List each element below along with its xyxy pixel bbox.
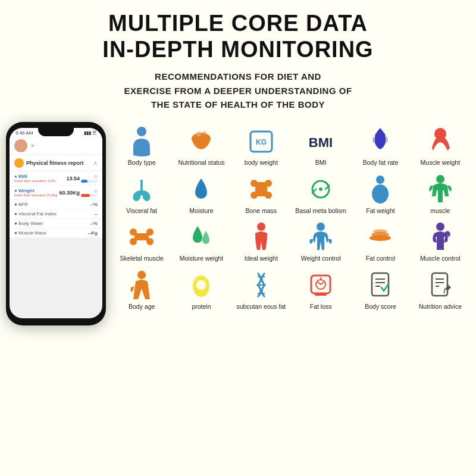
icon-label-7: Moisture bbox=[189, 207, 213, 215]
page: MULTIPLE CORE DATA IN-DEPTH MONITORING R… bbox=[0, 0, 476, 476]
svg-point-15 bbox=[376, 176, 384, 184]
svg-point-14 bbox=[319, 187, 322, 191]
metric-weight-bar-wrap: 60.30Kg ⓪ bbox=[59, 189, 98, 197]
phone-mockup: 9:49 AM ▮▮▮ ☰ > Physical fitness report … bbox=[6, 122, 106, 325]
icon-drops bbox=[186, 221, 217, 252]
icon-bone bbox=[246, 174, 277, 205]
svg-line-48 bbox=[444, 289, 445, 293]
icon-doc_check bbox=[365, 270, 396, 300]
svg-text:BMI: BMI bbox=[309, 135, 333, 150]
icon-label-1: Nutritional status bbox=[178, 159, 224, 167]
icon-label-23: Nutrition advice bbox=[419, 303, 462, 311]
icon-cell-muscle: muscle bbox=[411, 170, 470, 218]
icon-label-13: Moisture weight bbox=[180, 255, 224, 262]
icon-cell-body-score: Body score bbox=[350, 266, 410, 314]
icon-scale_red bbox=[305, 270, 336, 300]
icon-lungs bbox=[126, 174, 157, 205]
metric-bodywater: ● Body Water --% bbox=[10, 219, 102, 228]
icon-cell-moisture: Moisture bbox=[171, 170, 231, 218]
svg-rect-40 bbox=[372, 273, 389, 296]
icon-cell-visceral-fat: Visceral fat bbox=[112, 170, 171, 218]
icon-flame bbox=[365, 126, 396, 156]
icon-cell-moisture-weight: Moisture weight bbox=[171, 218, 231, 266]
icon-cell-skeletal-muscle: Skeletal muscle bbox=[112, 218, 171, 266]
icon-label-4: Body fat rate bbox=[363, 159, 399, 167]
metric-row-weight: ● Weight lower than standard 15.9kg 60.3… bbox=[10, 186, 102, 200]
icon-fat_person bbox=[365, 174, 396, 205]
svg-point-7 bbox=[434, 128, 446, 140]
phone-report-header: Physical fitness report ∧ bbox=[10, 155, 102, 171]
svg-rect-22 bbox=[134, 233, 149, 240]
icon-drop bbox=[186, 174, 217, 205]
icon-cell-bmi: BMIBMI bbox=[291, 122, 350, 170]
icon-label-14: Ideal weight bbox=[245, 255, 278, 262]
icon-cell-body-type: Body type bbox=[112, 122, 171, 170]
icon-label-8: Bone mass bbox=[246, 207, 277, 215]
metric-bmi-bar-wrap: 13.54 ⓪ bbox=[66, 174, 98, 183]
icon-muffin bbox=[186, 126, 217, 156]
svg-point-27 bbox=[373, 230, 387, 234]
icon-bone2 bbox=[126, 221, 157, 252]
svg-point-2 bbox=[196, 131, 202, 136]
metric-muscle-mass: ● Muscle Mass --Kg bbox=[10, 228, 102, 238]
icon-label-2: body weight bbox=[245, 159, 278, 167]
icon-cell-basal-meta-bolism: Basal meta bolism bbox=[291, 170, 350, 218]
svg-rect-12 bbox=[255, 182, 267, 196]
icon-label-19: protein bbox=[192, 303, 211, 311]
metric-weight-sub: lower than standard 15.9kg bbox=[14, 193, 57, 197]
icon-label-9: Basal meta bolism bbox=[295, 207, 346, 215]
icon-cell-body-age: Body age bbox=[112, 266, 171, 314]
phone-header: > bbox=[10, 137, 102, 155]
icon-label-6: Visceral fat bbox=[126, 207, 157, 215]
icon-label-16: Fat control bbox=[366, 255, 396, 262]
icon-cycle bbox=[305, 174, 336, 205]
icon-dna bbox=[246, 270, 277, 300]
metric-row-bmi: ● BMI lower than standard: 4.9% 13.54 ⓪ bbox=[10, 171, 102, 186]
metric-visceral: ● Visceral Fat Index -- bbox=[10, 209, 102, 219]
icon-label-17: Muscle control bbox=[420, 255, 461, 262]
icon-body_age bbox=[126, 270, 157, 300]
icon-cell-muscle-control: Muscle control bbox=[411, 218, 470, 266]
icon-label-0: Body type bbox=[128, 159, 156, 167]
svg-point-17 bbox=[436, 175, 444, 183]
icon-weight_person bbox=[305, 221, 336, 252]
icon-label-12: Skeletal muscle bbox=[120, 255, 164, 262]
icon-doc_edit bbox=[425, 270, 456, 300]
icon-scale_box: KG bbox=[246, 126, 277, 156]
phone-avatar bbox=[14, 139, 27, 152]
svg-rect-44 bbox=[432, 273, 447, 296]
icon-cell-ideal-weight: Ideal weight bbox=[231, 218, 291, 266]
icon-label-3: BMI bbox=[315, 159, 327, 167]
metric-weight-label: ● Weight bbox=[14, 188, 57, 193]
phone-screen: 9:49 AM ▮▮▮ ☰ > Physical fitness report … bbox=[10, 128, 102, 318]
icon-person bbox=[126, 126, 157, 156]
icon-egg bbox=[186, 270, 217, 300]
report-label: Physical fitness report bbox=[26, 160, 84, 166]
svg-point-23 bbox=[257, 223, 265, 231]
content-row: 9:49 AM ▮▮▮ ☰ > Physical fitness report … bbox=[6, 122, 470, 325]
icon-cell-subcutan-eous-fat: subcutan eous fat bbox=[231, 266, 291, 314]
phone-notch bbox=[38, 128, 74, 136]
icon-label-20: subcutan eous fat bbox=[236, 303, 286, 311]
icon-cell-fat-control: Fat control bbox=[350, 218, 410, 266]
icon-label-22: Body score bbox=[365, 303, 396, 311]
icon-label-15: Weight control bbox=[301, 255, 341, 262]
metric-weight-value: 60.30Kg bbox=[59, 190, 80, 196]
icon-cell-body-fat-rate: Body fat rate bbox=[350, 122, 410, 170]
icon-cell-fat-weight: Fat weight bbox=[350, 170, 410, 218]
icon-label-11: muscle bbox=[430, 207, 450, 215]
report-toggle[interactable]: ∧ bbox=[93, 160, 98, 166]
icon-pancakes bbox=[365, 221, 396, 252]
icon-muscle_control bbox=[425, 221, 456, 252]
metric-bfr: ● BFR --% bbox=[10, 200, 102, 209]
svg-point-32 bbox=[196, 280, 206, 290]
svg-point-28 bbox=[436, 223, 444, 231]
icon-cell-muscle-weight: Muscle weight bbox=[411, 122, 470, 170]
svg-point-24 bbox=[317, 223, 325, 231]
svg-text:KG: KG bbox=[256, 138, 267, 146]
svg-point-30 bbox=[137, 271, 146, 279]
status-signal: ▮▮▮ ☰ bbox=[84, 130, 96, 136]
main-title: MULTIPLE CORE DATA IN-DEPTH MONITORING bbox=[102, 11, 373, 62]
icon-muscle_arm bbox=[425, 126, 456, 156]
icon-bmi_text: BMI bbox=[305, 126, 336, 156]
